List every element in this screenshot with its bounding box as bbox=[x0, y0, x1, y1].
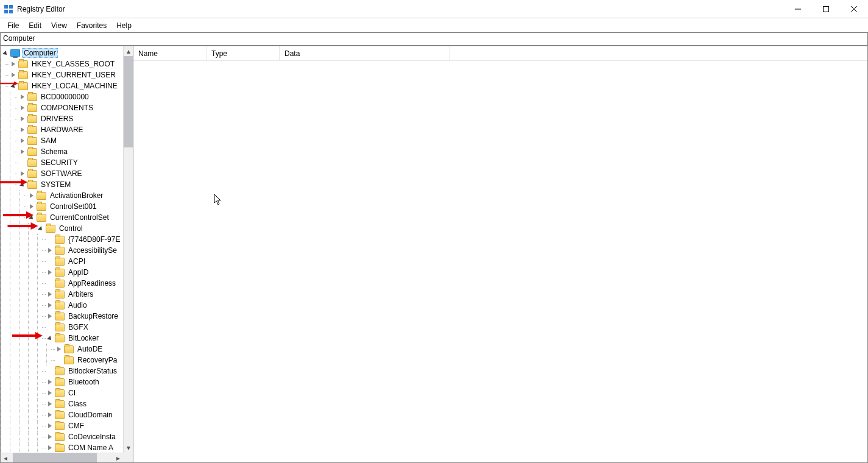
scroll-thumb[interactable] bbox=[124, 56, 133, 147]
tree-label: Audio bbox=[66, 300, 89, 310]
expand-icon[interactable] bbox=[19, 137, 26, 144]
title-bar: Registry Editor bbox=[0, 0, 868, 18]
tree-node[interactable]: Arbiters bbox=[1, 289, 123, 300]
scroll-down-icon[interactable]: ▾ bbox=[124, 443, 133, 453]
tree-node-currentcontrolset[interactable]: CurrentControlSet bbox=[1, 212, 123, 223]
tree-node[interactable]: Class bbox=[1, 398, 123, 409]
folder-icon bbox=[27, 104, 37, 112]
tree-node-hkcu[interactable]: HKEY_CURRENT_USER bbox=[1, 69, 123, 80]
expand-icon[interactable] bbox=[46, 433, 54, 440]
expand-icon[interactable] bbox=[46, 334, 54, 342]
tree-node[interactable]: CoDeviceInsta bbox=[1, 431, 123, 442]
tree-node[interactable]: RecoveryPa bbox=[1, 355, 123, 366]
expand-icon[interactable] bbox=[19, 93, 26, 101]
tree-node[interactable]: Audio bbox=[1, 300, 123, 311]
scroll-thumb[interactable] bbox=[13, 453, 97, 462]
scroll-right-icon[interactable]: ▸ bbox=[113, 453, 123, 462]
expand-icon[interactable] bbox=[46, 269, 54, 276]
tree-node[interactable]: CloudDomain bbox=[1, 409, 123, 420]
tree-node-bitlocker[interactable]: BitLocker bbox=[1, 333, 123, 344]
expand-icon[interactable] bbox=[10, 60, 17, 68]
expand-icon[interactable] bbox=[46, 389, 54, 397]
tree-node-system[interactable]: SYSTEM bbox=[1, 179, 123, 190]
address-bar[interactable]: Computer bbox=[0, 32, 868, 46]
expand-icon[interactable] bbox=[46, 411, 54, 419]
menu-help[interactable]: Help bbox=[111, 20, 136, 31]
menu-edit[interactable]: Edit bbox=[24, 20, 46, 31]
expand-icon[interactable] bbox=[19, 181, 26, 188]
vertical-scrollbar[interactable]: ▴ ▾ bbox=[123, 46, 133, 453]
tree-node[interactable]: AutoDE bbox=[1, 344, 123, 355]
scroll-corner bbox=[123, 453, 133, 462]
tree-pane: Computer HKEY_CLASSES_ROOT HKEY_CURRENT_… bbox=[0, 46, 133, 463]
scroll-up-icon[interactable]: ▴ bbox=[124, 46, 133, 56]
tree-node[interactable]: Schema bbox=[1, 146, 123, 157]
expand-icon[interactable] bbox=[10, 71, 17, 79]
tree-node[interactable]: {7746D80F-97E bbox=[1, 234, 123, 245]
expand-icon[interactable] bbox=[19, 115, 26, 122]
expand-icon[interactable] bbox=[19, 126, 26, 133]
expand-icon[interactable] bbox=[46, 422, 54, 429]
tree-node[interactable]: BGFX bbox=[1, 322, 123, 333]
tree-node[interactable]: AccessibilitySe bbox=[1, 245, 123, 256]
menu-favorites[interactable]: Favorites bbox=[72, 20, 111, 31]
expand-icon[interactable] bbox=[46, 291, 54, 298]
tree-node[interactable]: SAM bbox=[1, 135, 123, 146]
tree-node[interactable]: CI bbox=[1, 387, 123, 398]
tree-node[interactable]: DRIVERS bbox=[1, 113, 123, 124]
maximize-button[interactable] bbox=[812, 0, 840, 18]
tree-node-computer[interactable]: Computer bbox=[1, 48, 123, 58]
registry-tree[interactable]: Computer HKEY_CLASSES_ROOT HKEY_CURRENT_… bbox=[1, 46, 123, 453]
expand-icon[interactable] bbox=[19, 170, 26, 177]
scroll-left-icon[interactable]: ◂ bbox=[1, 453, 10, 462]
tree-label: COM Name A bbox=[66, 443, 115, 453]
tree-node[interactable]: COM Name A bbox=[1, 442, 123, 453]
tree-node[interactable]: Bluetooth bbox=[1, 376, 123, 387]
tree-node[interactable]: COMPONENTS bbox=[1, 102, 123, 113]
tree-label: SYSTEM bbox=[39, 180, 72, 189]
expand-icon[interactable] bbox=[46, 313, 54, 320]
expand-icon[interactable] bbox=[28, 203, 35, 210]
expand-icon[interactable] bbox=[19, 104, 26, 111]
tree-node-hklm[interactable]: HKEY_LOCAL_MACHINE bbox=[1, 80, 123, 91]
column-header-data[interactable]: Data bbox=[280, 46, 450, 61]
expand-icon[interactable] bbox=[46, 400, 54, 408]
tree-node[interactable]: HARDWARE bbox=[1, 124, 123, 135]
tree-node[interactable]: ControlSet001 bbox=[1, 201, 123, 212]
tree-node-control[interactable]: Control bbox=[1, 223, 123, 234]
tree-node[interactable]: BCD00000000 bbox=[1, 91, 123, 102]
tree-label: ACPI bbox=[66, 256, 87, 266]
expand-icon[interactable] bbox=[37, 225, 44, 232]
expand-icon[interactable] bbox=[46, 302, 54, 309]
expand-icon[interactable] bbox=[2, 49, 9, 57]
column-header-type[interactable]: Type bbox=[206, 46, 280, 61]
menu-file[interactable]: File bbox=[2, 20, 24, 31]
column-header-name[interactable]: Name bbox=[133, 46, 206, 61]
tree-node-hkcr[interactable]: HKEY_CLASSES_ROOT bbox=[1, 58, 123, 69]
tree-node[interactable]: BackupRestore bbox=[1, 311, 123, 322]
tree-node[interactable]: AppID bbox=[1, 267, 123, 278]
expand-icon[interactable] bbox=[46, 444, 54, 451]
tree-node[interactable]: AppReadiness bbox=[1, 278, 123, 289]
minimize-button[interactable] bbox=[784, 0, 812, 18]
horizontal-scrollbar[interactable]: ◂ ▸ bbox=[1, 453, 123, 462]
tree-label: BitLocker bbox=[66, 333, 101, 343]
expand-icon[interactable] bbox=[46, 247, 54, 254]
folder-icon bbox=[55, 269, 65, 277]
mouse-cursor-icon bbox=[214, 194, 222, 206]
tree-node[interactable]: SECURITY bbox=[1, 157, 123, 168]
expand-icon[interactable] bbox=[55, 345, 63, 353]
expand-icon[interactable] bbox=[10, 82, 17, 90]
menu-view[interactable]: View bbox=[46, 20, 72, 31]
expand-icon[interactable] bbox=[28, 192, 35, 199]
expand-icon[interactable] bbox=[46, 378, 54, 386]
tree-node[interactable]: ACPI bbox=[1, 256, 123, 267]
expand-icon[interactable] bbox=[19, 148, 26, 155]
expand-icon[interactable] bbox=[28, 214, 35, 221]
tree-node[interactable]: ActivationBroker bbox=[1, 190, 123, 201]
tree-node[interactable]: BitlockerStatus bbox=[1, 366, 123, 376]
close-button[interactable] bbox=[840, 0, 868, 18]
folder-icon bbox=[55, 422, 65, 430]
tree-node[interactable]: SOFTWARE bbox=[1, 168, 123, 179]
tree-node[interactable]: CMF bbox=[1, 420, 123, 431]
